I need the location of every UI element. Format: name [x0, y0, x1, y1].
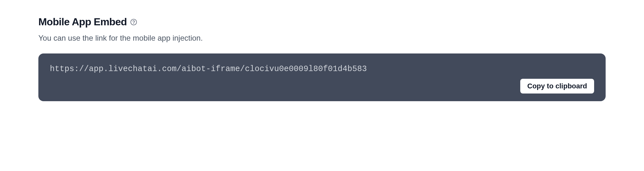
svg-point-1 [133, 23, 134, 24]
copy-to-clipboard-button[interactable]: Copy to clipboard [520, 79, 594, 94]
section-title: Mobile App Embed [38, 16, 127, 28]
section-description: You can use the link for the mobile app … [38, 34, 606, 43]
help-icon[interactable] [130, 19, 137, 26]
button-row: Copy to clipboard [50, 79, 594, 94]
section-header: Mobile App Embed [38, 16, 606, 28]
embed-url-text: https://app.livechatai.com/aibot-iframe/… [50, 64, 594, 74]
embed-code-block: https://app.livechatai.com/aibot-iframe/… [38, 53, 606, 101]
